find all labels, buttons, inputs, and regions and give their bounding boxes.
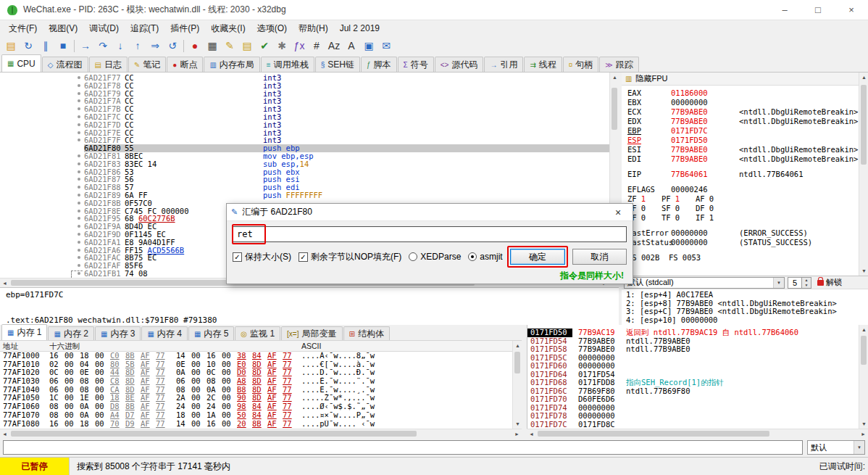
toolbar-settings-icon[interactable]: ✱: [273, 38, 291, 54]
menu-build-date[interactable]: Jul 2 2019: [334, 23, 385, 33]
toolbar-step-over-icon[interactable]: ↷: [94, 38, 112, 54]
toolbar-run-to-user-code-icon[interactable]: ⇒: [146, 38, 164, 54]
scroll-thumb[interactable]: [538, 431, 769, 437]
tab-dump-1[interactable]: ▦内存 1: [1, 324, 47, 340]
menu-file[interactable]: 文件(F): [3, 22, 43, 35]
scroll-track[interactable]: [9, 429, 512, 438]
ok-button[interactable]: 确定: [510, 249, 565, 265]
tab-dump-3[interactable]: ▦内存 3: [95, 326, 141, 340]
toolbar-layout-icon[interactable]: ▣: [360, 38, 377, 54]
scroll-track[interactable]: [859, 334, 868, 419]
scroll-track[interactable]: [859, 82, 868, 266]
tab-call-stack[interactable]: ≡调用堆栈: [261, 57, 314, 72]
toolbar-run-icon[interactable]: →: [77, 38, 94, 54]
cancel-button[interactable]: 取消: [572, 249, 627, 265]
stack-row[interactable]: 0171FD680171FDD8指向SEH_Record[1]的指针: [527, 379, 859, 387]
stack-panel[interactable]: 0171FD5077B9AC19返回到 ntdll.77B9AC19 自 ntd…: [527, 325, 859, 429]
scroll-down-icon[interactable]: ▼: [859, 419, 868, 429]
command-script-dropdown[interactable]: 默认 ▼: [807, 440, 865, 455]
register-row-EAX[interactable]: EAX01186000: [627, 88, 859, 98]
keep-size-checkbox[interactable]: ✓ 保持大小(S): [233, 251, 291, 263]
command-input[interactable]: [3, 440, 803, 455]
toolbar-binary-icon[interactable]: #: [308, 38, 325, 54]
tab-notes[interactable]: ✎笔记: [128, 57, 166, 72]
toolbar-case-icon[interactable]: A: [343, 38, 360, 54]
stack-row[interactable]: 0171FD6C77B69F80ntdll.77B69F80: [527, 387, 859, 396]
tab-handles[interactable]: ¤句柄: [563, 57, 599, 72]
menu-view[interactable]: 视图(V): [43, 22, 83, 35]
stack-vscrollbar[interactable]: ▲ ▼: [859, 325, 868, 429]
tab-struct[interactable]: ⊞结构体: [343, 326, 390, 340]
stack-row[interactable]: 0171FD5C00000000: [527, 354, 859, 363]
assemble-instruction-input[interactable]: [233, 226, 627, 242]
toolbar-functions-icon[interactable]: ƒx: [291, 38, 308, 54]
dialog-title-bar[interactable]: ✎ 汇编于 6AD21F80 ×: [227, 204, 633, 221]
tab-dump-5[interactable]: ▦内存 5: [188, 326, 234, 340]
stepper-up-icon[interactable]: ▲: [802, 278, 811, 283]
tab-seh[interactable]: §SEH链: [315, 57, 360, 72]
menu-trace[interactable]: 追踪(T): [125, 22, 164, 35]
scroll-down-icon[interactable]: ▼: [859, 266, 868, 276]
dump-hscrollbar[interactable]: ◄ ►: [0, 429, 522, 438]
toolbar-memory-map-icon[interactable]: ▦: [204, 38, 221, 54]
tab-breakpoints[interactable]: ●断点: [167, 57, 203, 72]
minimize-button[interactable]: –: [768, 0, 801, 20]
register-row-EFLAGS[interactable]: EFLAGS00000246: [627, 185, 859, 194]
disasm-row[interactable]: 6AD21F8383EC 14sub esp,14: [0, 160, 609, 168]
menu-help[interactable]: 帮助(H): [293, 22, 334, 35]
dump-row[interactable]: 77AF107008000A00A4D7AF7718001A005084AF77…: [0, 411, 512, 420]
tab-graph[interactable]: ◇流程图: [42, 57, 88, 72]
tab-threads[interactable]: ⇉线程: [524, 57, 562, 72]
toolbar-feedback-icon[interactable]: ✉: [377, 38, 395, 54]
calling-convention-dropdown[interactable]: 默认 (stdcall) ▼: [624, 277, 785, 289]
register-row-EBX[interactable]: EBX00000000: [627, 98, 859, 107]
scroll-thumb[interactable]: [612, 88, 617, 130]
tab-source[interactable]: <>源代码: [435, 57, 484, 72]
tab-dump-4[interactable]: ▦内存 4: [141, 326, 187, 340]
dump-row[interactable]: 77AF103006000800C88DAF7706000800A88DAF77…: [0, 377, 512, 386]
arg-count-stepper[interactable]: 5 ▲▼: [788, 277, 811, 289]
tab-trace[interactable]: ≫跟踪: [599, 57, 638, 72]
stack-row[interactable]: 0171FD5077B9AC19返回到 ntdll.77B9AC19 自 ntd…: [527, 329, 859, 337]
scroll-thumb[interactable]: [11, 431, 417, 437]
stack-row[interactable]: 0171FD7400000000: [527, 404, 859, 413]
toolbar-stop-icon[interactable]: ■: [54, 38, 72, 54]
xedparse-radio[interactable]: XEDParse: [409, 252, 461, 262]
toolbar-undo-icon[interactable]: ↺: [164, 38, 181, 54]
toolbar-patches-icon[interactable]: ✔: [256, 38, 273, 54]
register-row-LastStatus[interactable]: LastStatus00000000(STATUS_SUCCESS): [627, 238, 859, 247]
toolbar-open-icon[interactable]: ▤: [2, 38, 20, 54]
fill-with-nop-checkbox[interactable]: ✓ 剩余字节以NOP填充(F): [299, 251, 401, 263]
scroll-thumb[interactable]: [861, 336, 867, 365]
dialog-close-icon[interactable]: ×: [608, 207, 628, 218]
register-row-EIP[interactable]: EIP77B64061ntdll.77B64061: [627, 170, 859, 179]
disasm-row[interactable]: 6AD21F7DCCint3: [0, 121, 609, 129]
register-row-LastError[interactable]: LastError00000000(ERROR_SUCCESS): [627, 228, 859, 238]
tab-script[interactable]: ƒ脚本: [361, 57, 397, 72]
register-row-EDI[interactable]: EDI77B9ABE0<ntdll.DbgUiRemoteBreakin>: [627, 154, 859, 164]
menu-options[interactable]: 选项(O): [251, 22, 293, 35]
tab-dump-2[interactable]: ▦内存 2: [48, 326, 93, 340]
close-button[interactable]: ×: [835, 0, 868, 20]
memory-dump-panel[interactable]: 地址 十六进制 ASCII 77AF100016001800C08BAF7714…: [0, 341, 512, 429]
tab-locals[interactable]: [x=]局部变量: [281, 326, 342, 340]
scroll-left-icon[interactable]: ◄: [527, 429, 536, 439]
stack-row[interactable]: 0171FD5877B9ABE0ntdll.77B9ABE0: [527, 345, 859, 354]
stack-row[interactable]: 0171FD7C0171FD8C: [527, 421, 859, 429]
register-row-ESI[interactable]: ESI77B9ABE0<ntdll.DbgUiRemoteBreakin>: [627, 145, 859, 154]
tab-references[interactable]: →引用: [484, 57, 523, 72]
toolbar-restart-icon[interactable]: ↻: [20, 38, 37, 54]
menu-favourites[interactable]: 收藏夹(I): [205, 22, 251, 35]
scroll-up-icon[interactable]: ▲: [859, 325, 868, 334]
scroll-thumb[interactable]: [514, 352, 520, 373]
toolbar-breakpoint-icon[interactable]: ●: [186, 38, 204, 54]
register-row-EBP[interactable]: EBP0171FD7C: [627, 126, 859, 136]
stepper-arrows[interactable]: ▲▼: [802, 277, 811, 289]
disasm-row[interactable]: 6AD21F78CCint3: [0, 82, 609, 90]
scroll-left-icon[interactable]: ◄: [0, 278, 9, 288]
stack-row[interactable]: 0171FD7800000000: [527, 412, 859, 421]
scroll-left-icon[interactable]: ◄: [0, 429, 9, 439]
menu-plugins[interactable]: 插件(P): [164, 22, 205, 35]
tab-symbols[interactable]: Σ符号: [398, 57, 434, 72]
stepper-down-icon[interactable]: ▼: [802, 283, 811, 288]
